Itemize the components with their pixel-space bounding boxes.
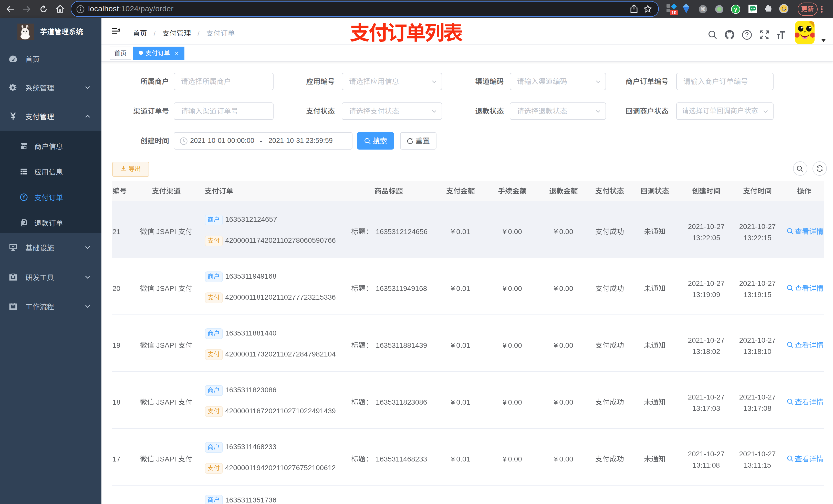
svg-text:y: y	[734, 6, 737, 12]
svg-text:⌘: ⌘	[700, 6, 706, 12]
svg-text:10: 10	[671, 10, 676, 15]
